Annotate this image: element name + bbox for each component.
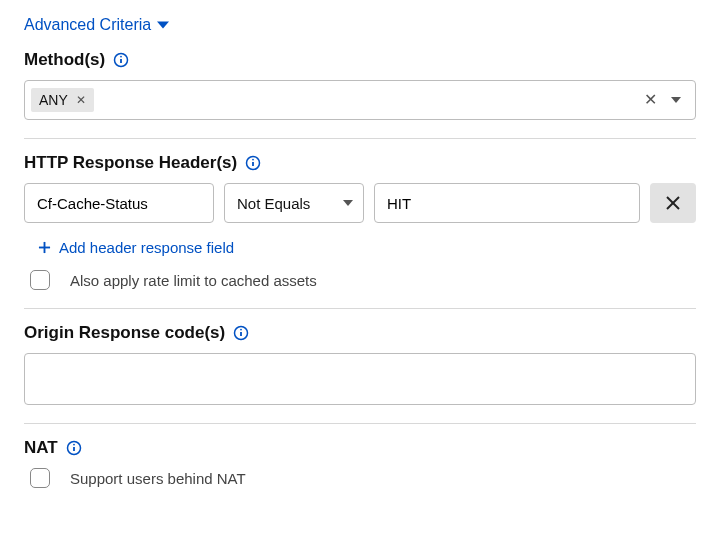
- header-name-field: [24, 183, 214, 223]
- dropdown-icon: [343, 200, 353, 206]
- header-operator-select[interactable]: Not Equals: [224, 183, 364, 223]
- info-icon[interactable]: [66, 440, 82, 456]
- method-chip-label: ANY: [39, 92, 68, 108]
- add-header-label: Add header response field: [59, 239, 234, 256]
- svg-point-2: [120, 56, 122, 58]
- origin-label: Origin Response code(s): [24, 323, 225, 343]
- header-name-input[interactable]: [25, 184, 213, 222]
- caret-down-icon: [157, 19, 169, 31]
- svg-point-15: [73, 444, 75, 446]
- nat-label: NAT: [24, 438, 58, 458]
- advanced-criteria-label: Advanced Criteria: [24, 16, 151, 34]
- clear-icon[interactable]: ✕: [644, 92, 657, 108]
- methods-label: Method(s): [24, 50, 105, 70]
- header-value-field: [374, 183, 640, 223]
- plus-icon: [38, 241, 51, 254]
- header-operator-value: Not Equals: [237, 195, 310, 212]
- origin-codes-input[interactable]: [25, 354, 695, 404]
- info-icon[interactable]: [245, 155, 261, 171]
- info-icon[interactable]: [113, 52, 129, 68]
- nat-checkbox-label: Support users behind NAT: [70, 470, 246, 487]
- chip-remove-icon[interactable]: ✕: [76, 94, 86, 106]
- svg-point-12: [240, 329, 242, 331]
- method-chip: ANY ✕: [31, 88, 94, 112]
- methods-select[interactable]: ANY ✕ ✕: [24, 80, 696, 120]
- add-header-link[interactable]: Add header response field: [38, 239, 234, 256]
- advanced-criteria-toggle[interactable]: Advanced Criteria: [24, 16, 169, 34]
- dropdown-icon[interactable]: [671, 97, 681, 103]
- headers-label: HTTP Response Header(s): [24, 153, 237, 173]
- remove-header-button[interactable]: [650, 183, 696, 223]
- svg-point-5: [252, 159, 254, 161]
- close-icon: [665, 195, 681, 211]
- cached-assets-label: Also apply rate limit to cached assets: [70, 272, 317, 289]
- info-icon[interactable]: [233, 325, 249, 341]
- cached-assets-checkbox[interactable]: [30, 270, 50, 290]
- origin-codes-field: [24, 353, 696, 405]
- header-value-input[interactable]: [375, 184, 639, 222]
- nat-checkbox[interactable]: [30, 468, 50, 488]
